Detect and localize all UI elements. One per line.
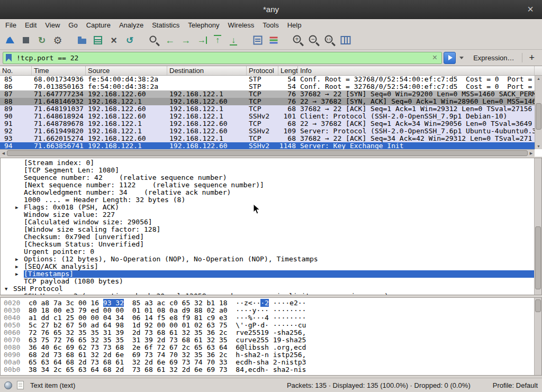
column-header-length[interactable]: Length	[278, 66, 298, 75]
expand-icon[interactable]	[15, 270, 24, 278]
save-capture-file-button[interactable]	[90, 33, 106, 48]
column-header-source[interactable]: Source	[86, 66, 167, 75]
detail-line[interactable]: SSH Version 2 (encryption:chacha20-poly1…	[1, 293, 541, 295]
hex-row[interactable]: 0020 c0 a8 7a 3c 00 16 93 32 85 a3 ac c0…	[4, 299, 534, 307]
packet-row-93[interactable]: 9371.662015274192.168.122.60192.168.122.…	[0, 135, 535, 142]
menu-capture[interactable]: Capture	[82, 20, 115, 30]
packet-row-86[interactable]: 8670.013850163fe:54:00:d4:38:2aSTP54Conf…	[0, 83, 535, 90]
filter-value[interactable]: !tcp.port == 22	[16, 54, 431, 62]
packet-row-89[interactable]: 8971.648191037192.168.122.60192.168.122.…	[0, 105, 535, 113]
packet-row-91[interactable]: 9171.648789678192.168.122.1192.168.122.6…	[0, 120, 535, 127]
details-vscrollbar[interactable]	[534, 158, 541, 295]
go-to-last-packet-button[interactable]	[225, 33, 241, 48]
restart-capture-button[interactable]	[34, 33, 50, 48]
packet-row-94[interactable]: 9471.663856741192.168.122.1192.168.122.6…	[0, 142, 535, 149]
menu-file[interactable]: File	[1, 20, 21, 30]
detail-line[interactable]: Options: (12 bytes), No-Operation (NOP),…	[1, 256, 541, 263]
auto-scroll-toggle-button[interactable]	[250, 33, 266, 48]
hex-row[interactable]: 0090 68 2d 73 68 61 32 2d 6e 69 73 74 70…	[4, 351, 534, 359]
capture-options-button[interactable]	[50, 33, 66, 48]
zoom-reset-button[interactable]	[322, 33, 338, 48]
menu-analyze[interactable]: Analyze	[115, 20, 148, 30]
scroll-up-icon[interactable]	[535, 76, 542, 81]
packet-row-85[interactable]: 8568.001734936fe:54:00:d4:38:2aSTP54Conf…	[0, 76, 535, 83]
packet-row-92[interactable]: 9271.661949820192.168.122.1192.168.122.6…	[0, 127, 535, 135]
menu-go[interactable]: Go	[64, 20, 82, 30]
filter-bookmark-icon[interactable]	[6, 54, 12, 62]
column-header-info[interactable]: Info	[298, 66, 535, 75]
title-bar[interactable]: *any ×	[0, 0, 542, 19]
expression-button[interactable]: Expression…	[467, 54, 520, 62]
packet-list-hscrollbar[interactable]	[0, 149, 535, 157]
menu-telephony[interactable]: Telephony	[184, 20, 223, 30]
hex-row[interactable]: 0070 63 75 72 76 65 32 35 35 31 39 2d 73…	[4, 336, 534, 344]
details-scrollbar-thumb[interactable]	[535, 226, 541, 289]
detail-line[interactable]: TCP payload (1080 bytes)	[1, 278, 541, 285]
detail-line[interactable]: SSH Protocol	[1, 285, 541, 293]
scroll-right-icon[interactable]	[528, 150, 535, 156]
hex-row[interactable]: 0040 a1 dd c1 25 00 00 04 34 06 14 f5 e8…	[4, 314, 534, 322]
menu-view[interactable]: View	[41, 20, 64, 30]
collapse-icon[interactable]	[5, 285, 13, 293]
start-capture-button[interactable]	[2, 33, 18, 48]
scroll-left-icon[interactable]	[0, 150, 7, 156]
hex-row[interactable]: 0060 72 76 65 32 35 35 31 39 2d 73 68 61…	[4, 329, 534, 336]
packet-list-vscrollbar[interactable]	[535, 76, 542, 149]
menu-statistics[interactable]: Statistics	[148, 20, 184, 30]
detail-line[interactable]: [TCP Segment Len: 1080]	[1, 167, 541, 174]
detail-line[interactable]: Checksum: 0x79ed [unverified]	[1, 233, 541, 241]
resize-columns-button[interactable]	[338, 33, 354, 48]
hex-row[interactable]: 0050 5c 27 b2 67 50 ad 64 98 1d 92 00 00…	[4, 322, 534, 329]
column-header-protocol[interactable]: Protocol	[247, 66, 278, 75]
menu-edit[interactable]: Edit	[21, 20, 41, 30]
go-to-first-packet-button[interactable]	[210, 33, 225, 48]
reload-capture-button[interactable]	[122, 33, 138, 48]
expand-icon[interactable]	[15, 263, 24, 270]
menu-wireless[interactable]: Wireless	[223, 20, 258, 30]
packet-row-87[interactable]: 8771.647777234192.168.122.60192.168.122.…	[0, 90, 535, 98]
hex-row[interactable]: 00a0 65 63 64 68 2d 73 68 61 32 2d 6e 69…	[4, 359, 534, 366]
stop-capture-button[interactable]	[18, 33, 34, 48]
menu-tools[interactable]: Tools	[258, 20, 283, 30]
hex-vscrollbar[interactable]	[534, 298, 541, 375]
column-header-destination[interactable]: Destination	[167, 66, 247, 75]
detail-line[interactable]: [SEQ/ACK analysis]	[1, 263, 541, 270]
detail-line[interactable]: [Checksum Status: Unverified]	[1, 241, 541, 248]
go-forward-button[interactable]	[178, 33, 194, 48]
expand-icon[interactable]	[15, 256, 24, 263]
packet-row-90[interactable]: 9071.648618924192.168.122.60192.168.122.…	[0, 113, 535, 120]
go-back-button[interactable]	[162, 33, 178, 48]
detail-line[interactable]: [Stream index: 0]	[1, 159, 541, 167]
filter-clear-icon[interactable]: ×	[431, 53, 439, 62]
packet-list-hscrollbar-thumb[interactable]	[7, 150, 528, 156]
expert-info-icon[interactable]	[4, 381, 12, 389]
filter-add-button[interactable]: +	[524, 52, 539, 63]
detail-line[interactable]: Urgent pointer: 0	[1, 248, 541, 256]
find-packet-button[interactable]	[146, 33, 162, 48]
detail-line[interactable]: Window size value: 227	[1, 211, 541, 218]
filter-apply-button[interactable]	[444, 52, 456, 64]
detail-line[interactable]: [Next sequence number: 1122 (relative se…	[1, 181, 541, 189]
capture-comment-icon[interactable]	[17, 381, 24, 389]
hex-scrollbar-thumb[interactable]	[535, 299, 541, 312]
expand-icon[interactable]	[15, 204, 24, 211]
filter-history-dropdown[interactable]	[457, 52, 465, 64]
hex-row[interactable]: 0080 36 40 6c 69 62 73 73 68 2e 6f 72 67…	[4, 344, 534, 351]
column-header-time[interactable]: Time	[32, 66, 86, 75]
zoom-in-button[interactable]	[290, 33, 306, 48]
detail-line[interactable]: Sequence number: 42 (relative sequence n…	[1, 174, 541, 181]
packet-list-scrollbar-thumb[interactable]	[536, 103, 541, 130]
detail-line[interactable]: [Calculated window size: 29056]	[1, 218, 541, 226]
display-filter-input[interactable]: !tcp.port == 22 ×	[3, 52, 442, 64]
detail-line[interactable]: Acknowledgment number: 34 (relative ack …	[1, 189, 541, 196]
column-header-no[interactable]: No.	[0, 66, 32, 75]
detail-line[interactable]: 1000 .... = Header Length: 32 bytes (8)	[1, 196, 541, 204]
zoom-out-button[interactable]	[306, 33, 322, 48]
go-to-packet-button[interactable]	[194, 33, 210, 48]
packet-row-88[interactable]: 8871.648146932192.168.122.1192.168.122.6…	[0, 98, 535, 105]
close-capture-file-button[interactable]	[106, 33, 122, 48]
detail-line[interactable]: Flags: 0x018 (PSH, ACK)	[1, 204, 541, 211]
scroll-down-icon[interactable]	[535, 143, 542, 149]
open-capture-file-button[interactable]	[74, 33, 90, 48]
status-profile[interactable]: Profile: Default	[493, 381, 538, 389]
